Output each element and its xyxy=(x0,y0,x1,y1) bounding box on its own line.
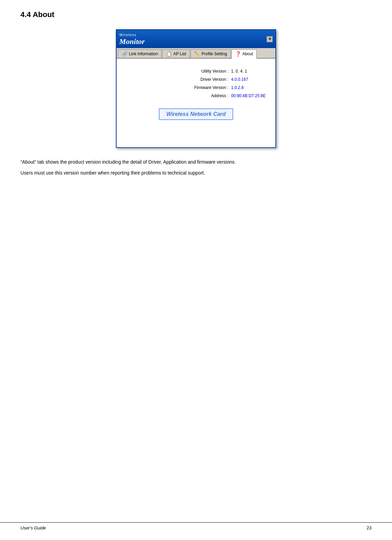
address-label: Address : xyxy=(181,93,228,98)
footer-label: User's Guide xyxy=(20,525,46,530)
about-icon: ❓ xyxy=(235,51,241,57)
dialog-tabs: 🔗 Link Information 📋 AP List ✏️ Profile … xyxy=(117,48,275,59)
tab-profile-setting[interactable]: ✏️ Profile Setting xyxy=(191,49,231,58)
tab-about[interactable]: ❓ About xyxy=(231,49,257,59)
firmware-version-row: Firmware Version : 1.0.2.8 xyxy=(123,85,269,90)
dialog-title: Wireless Monitor xyxy=(119,32,145,46)
dialog-box: Wireless Monitor ✕ 🔗 Link Information 📋 … xyxy=(116,29,276,148)
page-heading: 4.4 About xyxy=(20,10,372,19)
body-paragraph-1: “About” tab shows the product version in… xyxy=(20,158,372,166)
link-information-icon: 🔗 xyxy=(122,51,127,57)
title-monitor: Monitor xyxy=(119,37,145,46)
tab-link-information[interactable]: 🔗 Link Information xyxy=(118,49,162,58)
page-content: 4.4 About Wireless Monitor ✕ 🔗 Link Info… xyxy=(0,0,392,200)
driver-version-label: Driver Version : xyxy=(181,77,228,82)
driver-version-value: 4.0.0.167 xyxy=(231,77,269,82)
version-table: Utility Version : 1. 0. 4. 1 Driver Vers… xyxy=(123,69,269,98)
firmware-version-value: 1.0.2.8 xyxy=(231,85,269,90)
dialog-body: Utility Version : 1. 0. 4. 1 Driver Vers… xyxy=(117,59,275,147)
profile-setting-icon: ✏️ xyxy=(194,51,200,57)
dialog-titlebar: Wireless Monitor ✕ xyxy=(117,30,275,48)
address-value: 00:90:4B:D7:25:8E xyxy=(231,93,269,98)
page-footer: User's Guide 23 xyxy=(0,522,392,533)
tab-profile-setting-label: Profile Setting xyxy=(201,51,227,56)
utility-version-label: Utility Version : xyxy=(181,69,228,74)
address-row: Address : 00:90:4B:D7:25:8E xyxy=(123,93,269,98)
tab-ap-list[interactable]: 📋 AP List xyxy=(162,49,190,58)
footer-page-number: 23 xyxy=(367,525,372,530)
utility-version-value: 1. 0. 4. 1 xyxy=(231,69,269,74)
ap-list-icon: 📋 xyxy=(166,51,172,57)
utility-version-row: Utility Version : 1. 0. 4. 1 xyxy=(123,69,269,74)
dialog-close-button[interactable]: ✕ xyxy=(267,36,273,42)
tab-link-information-label: Link Information xyxy=(129,51,158,56)
body-paragraph-2: Users must use this version number when … xyxy=(20,169,372,177)
product-name-container: Wireless Network Card xyxy=(123,108,269,120)
product-name-box: Wireless Network Card xyxy=(159,108,233,120)
tab-about-label: About xyxy=(242,51,253,56)
screenshot-container: Wireless Monitor ✕ 🔗 Link Information 📋 … xyxy=(20,29,372,148)
tab-ap-list-label: AP List xyxy=(173,51,186,56)
title-wireless: Wireless xyxy=(119,33,136,37)
firmware-version-label: Firmware Version : xyxy=(181,85,228,90)
driver-version-row: Driver Version : 4.0.0.167 xyxy=(123,77,269,82)
product-name-text: Wireless Network Card xyxy=(166,111,226,117)
